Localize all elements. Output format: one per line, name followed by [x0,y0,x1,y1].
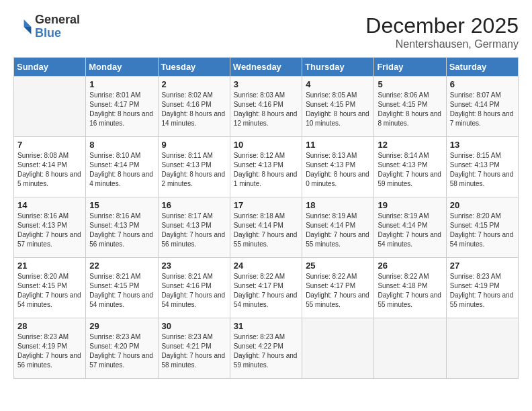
cell-3-5: 26 Sunrise: 8:22 AMSunset: 4:18 PMDaylig… [374,258,446,318]
day-number: 25 [306,261,370,271]
cell-0-2: 2 Sunrise: 8:02 AMSunset: 4:16 PMDayligh… [158,77,230,137]
day-info: Sunrise: 8:23 AMSunset: 4:21 PMDaylight:… [162,333,226,369]
day-number: 22 [89,261,154,271]
header-monday: Monday [86,58,158,77]
day-info: Sunrise: 8:12 AMSunset: 4:13 PMDaylight:… [234,152,298,187]
day-number: 21 [17,261,82,271]
week-row-1: 7 Sunrise: 8:08 AMSunset: 4:14 PMDayligh… [14,137,519,197]
cell-2-2: 16 Sunrise: 8:17 AMSunset: 4:13 PMDaylig… [158,197,230,258]
cell-3-6: 27 Sunrise: 8:23 AMSunset: 4:19 PMDaylig… [446,258,518,318]
calendar-table: Sunday Monday Tuesday Wednesday Thursday… [13,57,519,379]
day-info: Sunrise: 8:13 AMSunset: 4:13 PMDaylight:… [306,152,369,187]
svg-marker-1 [24,27,32,34]
header-wednesday: Wednesday [230,58,302,77]
day-number: 4 [306,79,370,89]
day-info: Sunrise: 8:18 AMSunset: 4:14 PMDaylight:… [234,212,298,248]
cell-1-0: 7 Sunrise: 8:08 AMSunset: 4:14 PMDayligh… [14,137,86,197]
day-number: 6 [450,79,515,89]
cell-3-0: 21 Sunrise: 8:20 AMSunset: 4:15 PMDaylig… [14,258,86,318]
cell-2-5: 19 Sunrise: 8:19 AMSunset: 4:14 PMDaylig… [374,197,446,258]
cell-3-3: 24 Sunrise: 8:22 AMSunset: 4:17 PMDaylig… [230,258,302,318]
cell-1-1: 8 Sunrise: 8:10 AMSunset: 4:14 PMDayligh… [86,137,158,197]
cell-2-6: 20 Sunrise: 8:20 AMSunset: 4:15 PMDaylig… [446,197,518,258]
header-tuesday: Tuesday [158,58,230,77]
day-info: Sunrise: 8:23 AMSunset: 4:20 PMDaylight:… [89,333,153,369]
logo: General Blue [13,13,80,40]
week-row-3: 21 Sunrise: 8:20 AMSunset: 4:15 PMDaylig… [14,258,519,318]
logo-icon [13,17,32,36]
day-number: 27 [450,261,515,271]
day-number: 7 [17,140,82,150]
day-number: 3 [234,79,298,89]
location: Nentershausen, Germany [365,38,519,50]
day-number: 30 [162,321,226,331]
day-info: Sunrise: 8:05 AMSunset: 4:15 PMDaylight:… [306,91,369,127]
cell-2-4: 18 Sunrise: 8:19 AMSunset: 4:14 PMDaylig… [302,197,374,258]
day-info: Sunrise: 8:10 AMSunset: 4:14 PMDaylight:… [89,152,153,187]
day-number: 26 [378,261,442,271]
day-number: 14 [17,200,82,210]
cell-4-2: 30 Sunrise: 8:23 AMSunset: 4:21 PMDaylig… [158,318,230,379]
day-number: 5 [378,79,442,89]
cell-3-2: 23 Sunrise: 8:21 AMSunset: 4:16 PMDaylig… [158,258,230,318]
day-number: 16 [162,200,226,210]
day-info: Sunrise: 8:11 AMSunset: 4:13 PMDaylight:… [162,152,226,187]
cell-0-0 [14,77,86,137]
cell-4-1: 29 Sunrise: 8:23 AMSunset: 4:20 PMDaylig… [86,318,158,379]
day-info: Sunrise: 8:22 AMSunset: 4:17 PMDaylight:… [234,273,298,308]
page-header: General Blue December 2025 Nentershausen… [13,13,519,50]
day-number: 13 [450,140,515,150]
day-info: Sunrise: 8:20 AMSunset: 4:15 PMDaylight:… [17,273,81,308]
day-info: Sunrise: 8:21 AMSunset: 4:16 PMDaylight:… [162,273,226,308]
day-number: 31 [234,321,298,331]
cell-2-0: 14 Sunrise: 8:16 AMSunset: 4:13 PMDaylig… [14,197,86,258]
logo-blue: Blue [35,26,61,40]
header-thursday: Thursday [302,58,374,77]
cell-4-5 [374,318,446,379]
cell-0-6: 6 Sunrise: 8:07 AMSunset: 4:14 PMDayligh… [446,77,518,137]
day-info: Sunrise: 8:03 AMSunset: 4:16 PMDaylight:… [234,91,298,127]
month-year: December 2025 [365,13,519,38]
logo-text: General Blue [35,13,80,40]
cell-1-4: 11 Sunrise: 8:13 AMSunset: 4:13 PMDaylig… [302,137,374,197]
day-info: Sunrise: 8:02 AMSunset: 4:16 PMDaylight:… [162,91,226,127]
day-number: 29 [89,321,154,331]
logo-general: General [35,13,80,26]
day-number: 19 [378,200,442,210]
day-info: Sunrise: 8:22 AMSunset: 4:17 PMDaylight:… [306,273,369,308]
cell-3-1: 22 Sunrise: 8:21 AMSunset: 4:15 PMDaylig… [86,258,158,318]
cell-2-3: 17 Sunrise: 8:18 AMSunset: 4:14 PMDaylig… [230,197,302,258]
cell-4-3: 31 Sunrise: 8:23 AMSunset: 4:22 PMDaylig… [230,318,302,379]
day-info: Sunrise: 8:16 AMSunset: 4:13 PMDaylight:… [17,212,81,248]
cell-0-1: 1 Sunrise: 8:01 AMSunset: 4:17 PMDayligh… [86,77,158,137]
week-row-4: 28 Sunrise: 8:23 AMSunset: 4:19 PMDaylig… [14,318,519,379]
day-info: Sunrise: 8:23 AMSunset: 4:19 PMDaylight:… [450,273,514,308]
day-info: Sunrise: 8:16 AMSunset: 4:13 PMDaylight:… [89,212,153,248]
weekday-header-row: Sunday Monday Tuesday Wednesday Thursday… [14,58,519,77]
cell-0-4: 4 Sunrise: 8:05 AMSunset: 4:15 PMDayligh… [302,77,374,137]
day-info: Sunrise: 8:08 AMSunset: 4:14 PMDaylight:… [17,152,81,187]
day-number: 10 [234,140,298,150]
cell-4-6 [446,318,518,379]
header-friday: Friday [374,58,446,77]
header-sunday: Sunday [14,58,86,77]
cell-2-1: 15 Sunrise: 8:16 AMSunset: 4:13 PMDaylig… [86,197,158,258]
day-number: 23 [162,261,226,271]
day-number: 8 [89,140,154,150]
day-info: Sunrise: 8:15 AMSunset: 4:13 PMDaylight:… [450,152,514,187]
cell-0-5: 5 Sunrise: 8:06 AMSunset: 4:15 PMDayligh… [374,77,446,137]
day-number: 1 [89,79,154,89]
title-block: December 2025 Nentershausen, Germany [365,13,519,50]
header-saturday: Saturday [446,58,518,77]
day-number: 11 [306,140,370,150]
day-number: 20 [450,200,515,210]
day-info: Sunrise: 8:23 AMSunset: 4:19 PMDaylight:… [17,333,81,369]
day-info: Sunrise: 8:21 AMSunset: 4:15 PMDaylight:… [89,273,153,308]
day-info: Sunrise: 8:01 AMSunset: 4:17 PMDaylight:… [89,91,153,127]
day-number: 17 [234,200,298,210]
cell-1-3: 10 Sunrise: 8:12 AMSunset: 4:13 PMDaylig… [230,137,302,197]
day-number: 2 [162,79,226,89]
week-row-2: 14 Sunrise: 8:16 AMSunset: 4:13 PMDaylig… [14,197,519,258]
day-number: 15 [89,200,154,210]
week-row-0: 1 Sunrise: 8:01 AMSunset: 4:17 PMDayligh… [14,77,519,137]
